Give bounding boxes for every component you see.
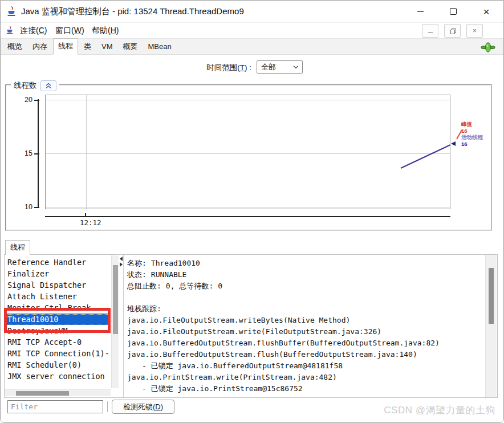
main-tab[interactable]: 概览	[3, 39, 27, 54]
thread-list-item[interactable]: Attach Listener	[5, 291, 111, 302]
stack-trace-heading: 堆栈跟踪:	[127, 303, 481, 315]
thread-list: Reference Handler Finalizer Signal Dispa…	[5, 257, 111, 382]
stack-frames: java.io.FileOutputStream.writeBytes(Nati…	[127, 315, 481, 394]
stack-frame: - 已锁定 java.io.PrintStream@15c86752	[127, 383, 481, 394]
title-bar: Java 监视和管理控制台 - pid: 13524 Thread.Thread…	[1, 1, 504, 23]
thread-name: Thread10010	[7, 315, 58, 324]
menu-connection[interactable]: 连接(C)	[20, 23, 47, 38]
thread-name: JMX server connection	[7, 372, 105, 381]
thread-details: 名称:Thread10010 状态:RUNNABLE 总阻止数:0,总等待数:0…	[127, 258, 481, 394]
main-tab[interactable]: MBean	[144, 39, 176, 54]
thread-list-item[interactable]: DestroyJavaVM	[5, 325, 111, 336]
peak-label: 峰值	[461, 121, 483, 128]
thread-list-hscrollbar[interactable]	[5, 389, 111, 396]
stack-frame: - 已锁定 java.io.BufferedOutputStream@48181…	[127, 360, 481, 372]
stack-frame: java.io.PrintStream.write(PrintStream.ja…	[127, 372, 481, 383]
jconsole-window: Java 监视和管理控制台 - pid: 13524 Thread.Thread…	[0, 0, 504, 423]
maximize-icon	[450, 8, 457, 15]
main-tab-bar: 概览 内存 线程 类 VM 概要 MBean	[1, 39, 504, 55]
watermark: CSDN @渴望力量的土狗	[384, 404, 495, 417]
minimize-icon	[417, 11, 424, 12]
maximize-button[interactable]	[440, 1, 466, 22]
hscrollbar-thumb[interactable]	[16, 391, 69, 396]
main-tab[interactable]: 概要	[119, 39, 143, 54]
menu-bar: 连接(C) 窗口(W) 帮助(H) ×	[1, 23, 504, 39]
thread-list-item[interactable]: JMX server connection	[5, 371, 111, 382]
active-threads-label: 活动线程	[461, 134, 483, 141]
main-tab[interactable]: 线程	[53, 38, 78, 55]
thread-list-item[interactable]: RMI TCP Connection(1)-	[5, 348, 111, 359]
thread-list-item[interactable]: RMI TCP Accept-0	[5, 336, 111, 348]
thread-name: RMI TCP Connection(1)-	[7, 349, 109, 358]
split-collapse-right-icon[interactable]	[120, 262, 123, 267]
frame-minimize-button[interactable]	[422, 24, 438, 38]
window-title: Java 监视和管理控制台 - pid: 13524 Thread.Thread…	[21, 1, 244, 22]
main-tab[interactable]: VM	[97, 39, 117, 54]
chart-series-overlay	[6, 86, 491, 230]
thread-name: RMI TCP Accept-0	[7, 337, 82, 347]
vscrollbar-thumb[interactable]	[113, 265, 118, 334]
time-range-value: 全部	[261, 63, 276, 71]
thread-list-item[interactable]: Reference Handler	[5, 257, 111, 268]
thread-list-item[interactable]: Monitor Ctrl-Break	[5, 302, 111, 314]
java-cup-icon	[5, 26, 14, 35]
java-cup-icon	[6, 6, 17, 17]
thread-name: Monitor Ctrl-Break	[7, 303, 91, 312]
vscrollbar-thumb[interactable]	[489, 268, 494, 324]
restore-icon	[450, 29, 455, 33]
thread-state-value: RUNNABLE	[151, 270, 187, 279]
tab-threads[interactable]: 线程	[5, 240, 30, 255]
chart-annotation: 峰值 16 活动线程 16	[461, 121, 483, 147]
thread-name: Finalizer	[7, 269, 49, 278]
minimize-button[interactable]	[407, 1, 433, 22]
stack-frame: java.io.FileOutputStream.writeBytes(Nati…	[127, 315, 481, 326]
close-icon: ×	[473, 27, 477, 34]
thread-name: DestroyJavaVM	[7, 326, 68, 335]
main-tab[interactable]: 类	[79, 39, 96, 54]
split-divider[interactable]	[123, 255, 124, 397]
details-vscrollbar[interactable]	[485, 255, 497, 397]
detail-counts-line: 总阻止数:0,总等待数:0	[127, 280, 481, 292]
thread-name: Attach Listener	[7, 292, 77, 301]
chevron-down-icon	[293, 65, 299, 69]
menu-window[interactable]: 窗口(W)	[55, 23, 84, 38]
stack-frame: java.io.BufferedOutputStream.flushBuffer…	[127, 337, 481, 349]
menu-help[interactable]: 帮助(H)	[92, 23, 119, 38]
split-collapse-left-icon[interactable]	[120, 257, 123, 261]
thread-list-item[interactable]: RMI Scheduler(0)	[5, 359, 111, 371]
minimize-icon	[428, 32, 433, 33]
thread-list-item[interactable]: Thread10010	[5, 314, 111, 325]
close-button[interactable]: ×	[473, 1, 499, 22]
thread-list-item[interactable]: Signal Dispatcher	[5, 279, 111, 291]
frame-close-button[interactable]: ×	[466, 24, 483, 38]
thread-name: RMI Scheduler(0)	[7, 360, 82, 369]
filter-input[interactable]	[7, 400, 103, 413]
detail-name-line: 名称:Thread10010	[127, 258, 481, 269]
active-threads-value: 16	[461, 141, 483, 148]
time-range-select[interactable]: 全部	[257, 60, 303, 74]
active-threads-line	[401, 145, 450, 168]
peak-value: 16	[461, 128, 483, 135]
thread-name-value: Thread10010	[151, 259, 200, 267]
close-icon: ×	[483, 6, 489, 17]
detect-deadlock-button[interactable]: 检测死锁(D)	[112, 400, 174, 414]
thread-count-chart-panel: 线程数 20 15 10 12:12	[5, 84, 492, 231]
thread-list-vscrollbar[interactable]	[111, 255, 119, 388]
stack-frame: java.io.BufferedOutputStream.flush(Buffe…	[127, 349, 481, 360]
connection-plug-icon	[481, 42, 495, 53]
blank-line	[127, 292, 481, 303]
separator	[107, 401, 108, 412]
detail-state-line: 状态:RUNNABLE	[127, 269, 481, 280]
main-tab[interactable]: 内存	[28, 39, 52, 54]
time-range-label: 时间范围(T) :	[1, 61, 251, 74]
frame-restore-button[interactable]	[444, 24, 461, 38]
thread-name: Signal Dispatcher	[7, 280, 86, 290]
stack-frame: java.io.FileOutputStream.write(FileOutpu…	[127, 326, 481, 337]
current-value-marker-icon	[451, 141, 456, 146]
thread-name: Reference Handler	[7, 258, 86, 267]
thread-list-item[interactable]: Finalizer	[5, 268, 111, 279]
